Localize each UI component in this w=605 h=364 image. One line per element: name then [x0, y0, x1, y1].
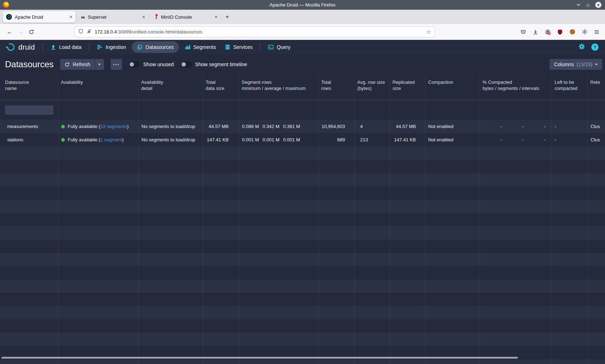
datasource-filter-input[interactable]: [5, 105, 54, 115]
refresh-icon: [64, 62, 70, 67]
pocket-icon[interactable]: [520, 29, 526, 35]
window-maximize-icon[interactable]: ◇: [586, 3, 590, 7]
horizontal-scrollbar[interactable]: [1, 357, 518, 359]
green-status-dot: [61, 125, 65, 128]
extension-asterisk-icon[interactable]: [581, 29, 588, 35]
total-data-size-cell: 147.41 KB: [203, 133, 239, 146]
column-header-retention[interactable]: Rete: [588, 74, 605, 100]
url-text[interactable]: 172.18.0.4:30899/unified-console.html#da…: [95, 29, 424, 35]
new-tab-button[interactable]: +: [222, 12, 233, 22]
help-icon[interactable]: ?: [591, 44, 599, 51]
reload-button[interactable]: [26, 27, 37, 37]
column-header-availability-detail[interactable]: Availabilitydetail: [139, 74, 203, 100]
retention-cell[interactable]: Clus: [588, 133, 605, 146]
table-row-empty: [0, 333, 605, 346]
tab-superset[interactable]: ∞ Superset ×: [77, 10, 149, 24]
more-actions-button[interactable]: [111, 59, 122, 70]
column-header-total-data-size[interactable]: Totaldata size: [203, 74, 239, 100]
column-header-compaction[interactable]: Compaction: [426, 74, 480, 100]
druid-brand[interactable]: druid: [5, 42, 35, 52]
column-header-replicated-size[interactable]: Replicatedsize: [390, 74, 426, 100]
nav-item-datasources[interactable]: Datasources: [132, 41, 179, 53]
show-timeline-toggle-group: Show segment timeline: [181, 62, 247, 67]
downloads-icon[interactable]: [532, 29, 539, 35]
columns-button[interactable]: Columns (13/15): [550, 59, 602, 70]
ublock-origin-icon[interactable]: [557, 29, 563, 35]
tab-close-icon[interactable]: ×: [142, 14, 145, 20]
nav-item-ingestion[interactable]: Ingestion: [93, 40, 130, 54]
query-icon: [268, 44, 274, 50]
window-close-icon[interactable]: ×: [595, 2, 601, 8]
cookie-icon[interactable]: [569, 29, 575, 35]
toggle-knob: [130, 62, 134, 67]
table-row-empty: [0, 226, 605, 240]
green-status-dot: [61, 138, 65, 142]
segments-link[interactable]: 33 segments: [100, 124, 127, 129]
column-header-total-rows[interactable]: Totalrows: [319, 74, 355, 100]
nav-item-services[interactable]: Services: [220, 40, 257, 54]
segments-icon: [185, 44, 191, 50]
show-unused-toggle-group: Show unused: [129, 62, 174, 67]
tab-apache-druid[interactable]: Apache Druid ×: [3, 11, 76, 23]
total-rows-cell: 689: [319, 133, 355, 146]
retention-cell[interactable]: Clus: [588, 120, 605, 133]
table-row-empty: [0, 253, 605, 266]
column-header-pct-compacted[interactable]: % Compactedbytes / segments / intervals: [480, 74, 552, 100]
table-row-stations: stations Fully available (1 segment) No …: [0, 133, 605, 146]
columns-count: (13/15): [577, 62, 592, 67]
left-to-be-compacted-cell: -: [552, 133, 588, 146]
ingestion-icon: [97, 44, 103, 50]
show-timeline-label: Show segment timeline: [195, 62, 247, 67]
table-row-empty: [0, 266, 605, 279]
datasource-name-cell[interactable]: stations: [0, 133, 58, 146]
shield-icon[interactable]: [78, 28, 84, 36]
browser-toolbar: ← → 172.18.0.4:30899/unified-console.htm…: [0, 24, 605, 40]
compaction-cell[interactable]: Not enabled: [426, 120, 480, 133]
nav-item-segments[interactable]: Segments: [180, 40, 220, 54]
datasource-name-cell[interactable]: measurements: [0, 120, 58, 133]
show-segment-timeline-toggle[interactable]: [181, 62, 192, 67]
avg-row-size-cell: 4: [355, 120, 390, 133]
pct-compacted-cell: ---: [480, 120, 552, 133]
column-header-availability[interactable]: Availability: [58, 74, 139, 100]
window-titlebar: Apache Druid — Mozilla Firefox ◇ ×: [0, 0, 605, 10]
services-icon: [225, 44, 230, 50]
column-header-segment-rows[interactable]: Segment rowsminimum / average / maximum: [239, 74, 319, 100]
extension-account-icon[interactable]: [544, 29, 551, 35]
table-filter-row: [0, 100, 605, 120]
url-host: 172.18.0.4: [95, 29, 117, 35]
page-controls: Datasources Refresh Show unused Show seg…: [0, 54, 605, 74]
column-header-left-to-be-compacted[interactable]: Left to becompacted: [552, 74, 588, 100]
table-row-empty: [0, 293, 605, 306]
tab-strip: Apache Druid × ∞ Superset × MinIO Consol…: [0, 10, 605, 24]
brand-name: druid: [18, 43, 35, 51]
compaction-cell[interactable]: Not enabled: [426, 133, 480, 146]
segment-rows-cell: 0.088 M0.342 M0.361 M: [239, 120, 319, 133]
forward-button[interactable]: →: [15, 27, 26, 37]
nav-item-query[interactable]: Query: [264, 40, 295, 54]
table-row-empty: [0, 146, 605, 160]
show-unused-toggle[interactable]: [129, 62, 140, 67]
column-header-avg-row-size[interactable]: Avg. row size(bytes): [355, 74, 390, 100]
nav-item-load-data[interactable]: Load data: [46, 40, 86, 54]
column-header-datasource-name[interactable]: Datasourcename: [0, 74, 58, 100]
tab-close-icon[interactable]: ×: [70, 14, 72, 20]
url-bar[interactable]: 172.18.0.4:30899/unified-console.html#da…: [74, 26, 435, 37]
chevron-down-icon: [98, 64, 101, 65]
segments-link[interactable]: 1 segment: [100, 137, 122, 142]
refresh-button[interactable]: Refresh: [60, 59, 95, 70]
page-title: Datasources: [5, 59, 54, 69]
insecure-lock-icon[interactable]: [86, 28, 92, 36]
window-minimize-icon[interactable]: [576, 3, 581, 7]
back-button[interactable]: ←: [4, 27, 15, 37]
tab-close-icon[interactable]: ×: [215, 14, 218, 20]
table-row-empty: [0, 306, 605, 319]
availability-detail-cell: No segments to load/drop: [139, 133, 203, 146]
settings-gear-icon[interactable]: [578, 43, 585, 51]
nav-divider: [89, 43, 89, 51]
refresh-dropdown-button[interactable]: [95, 59, 104, 70]
bookmark-star-icon[interactable]: ☆: [426, 29, 431, 35]
menu-hamburger-icon[interactable]: [593, 29, 600, 35]
total-data-size-cell: 44.57 MB: [203, 120, 239, 133]
tab-minio-console[interactable]: MinIO Console ×: [149, 10, 221, 24]
